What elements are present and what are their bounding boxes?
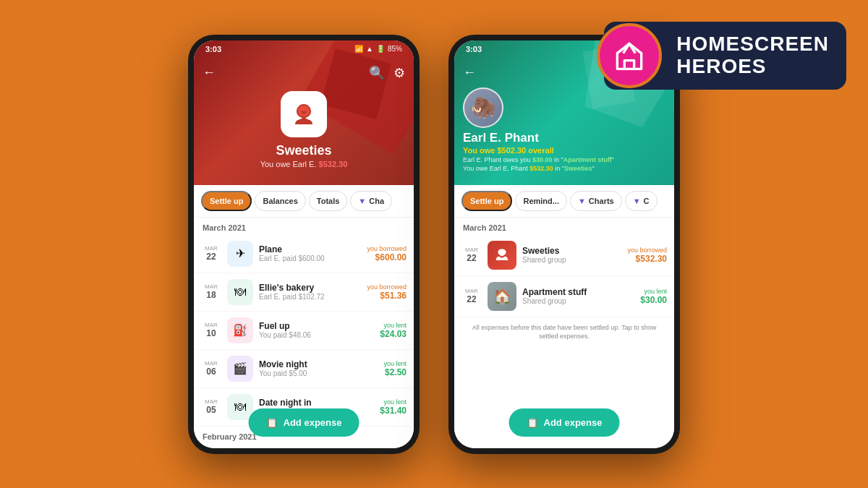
expense-details-plane: Plane Earl E. paid $600.00: [259, 244, 361, 262]
tab2-remind[interactable]: Remind...: [515, 191, 567, 211]
expense-plane[interactable]: Mar 22 ✈ Plane Earl E. paid $600.00 you …: [194, 235, 414, 273]
back-icon[interactable]: ←: [203, 65, 216, 80]
debt-amount: $532.30: [319, 160, 348, 168]
phones-container: 3:03 📶 ▲ 🔋 85% ← 🔍 ⚙: [188, 35, 680, 454]
bakery-icon: 🍽: [227, 279, 253, 305]
contact-name: Earl E. Phant: [454, 131, 674, 145]
expense-fuel[interactable]: Mar 10 ⛽ Fuel up You paid $48.06 you len…: [194, 312, 414, 350]
add-expense-button-left[interactable]: 📋 Add expense: [249, 408, 359, 437]
diamond-icon-2: ▼: [578, 197, 586, 205]
sweeties-amount: you borrowed $532.30: [627, 247, 667, 264]
phone1-tabs: Settle up Balances Totals ▼ Cha: [194, 185, 414, 218]
contact-detail-owes: Earl E. Phant owes you $30.00 in "Apartm…: [454, 155, 674, 164]
expense-date-bakery: Mar 18: [201, 283, 221, 300]
phone-left: 3:03 📶 ▲ 🔋 85% ← 🔍 ⚙: [188, 35, 420, 454]
add-expense-icon: 📋: [266, 417, 278, 428]
add-expense-icon-2: 📋: [527, 417, 538, 428]
diamond-icon-3: ▼: [633, 197, 641, 205]
expense-amount-datenight: you lent $31.40: [380, 398, 407, 416]
tab-charts[interactable]: ▼ Cha: [350, 191, 392, 211]
tab2-settle-up[interactable]: Settle up: [461, 191, 512, 211]
phone-left-screen: 3:03 📶 ▲ 🔋 85% ← 🔍 ⚙: [194, 40, 414, 448]
back-icon-2[interactable]: ←: [463, 65, 476, 80]
signal-icon: 📶: [354, 45, 363, 53]
banner-title: HOMESCREEN HEROES: [676, 33, 829, 78]
shared-sweeties[interactable]: Mar 22 Sweeties Shared group: [454, 235, 674, 276]
banner-logo: [597, 23, 662, 88]
phone2-time: 3:03: [466, 45, 482, 53]
phone1-nav: ← 🔍 ⚙: [194, 61, 414, 85]
expense-amount-bakery: you borrowed $51.36: [367, 283, 407, 301]
tab-settle-up[interactable]: Settle up: [201, 191, 252, 211]
nav-action-icons: 🔍 ⚙: [369, 65, 405, 81]
sweeties-group-icon: [488, 241, 516, 270]
expense-movie[interactable]: Mar 06 🎬 Movie night You paid $5.00 you …: [194, 350, 414, 388]
homescreen-heroes-banner: HOMESCREEN HEROES: [604, 22, 846, 90]
contact-detail-you-owe: You owe Earl E. Phant $532.30 in "Sweeti…: [454, 164, 674, 173]
expense-vet[interactable]: Feb 25 🐾 Rex vet appoint You paid $122.2…: [194, 444, 414, 448]
expense-amount-plane: you borrowed $600.00: [367, 245, 407, 262]
expense-bakery[interactable]: Mar 18 🍽 Ellie's bakery Earl E. paid $10…: [194, 273, 414, 312]
you-owe-amount: $532.30: [529, 165, 553, 172]
apartment-group-icon: 🏠: [488, 282, 516, 311]
expense-date-datenight: Mar 05: [201, 398, 221, 415]
phone1-header: 3:03 📶 ▲ 🔋 85% ← 🔍 ⚙: [194, 40, 414, 185]
phone-right-screen: 3:03 📶 ▲ 🔋 ← 🦣: [454, 40, 674, 448]
tab-balances[interactable]: Balances: [255, 191, 305, 211]
apartment-amount: you lent $30.00: [640, 288, 667, 305]
expense-date-movie: Mar 06: [201, 360, 221, 377]
month-march-label-2: March 2021: [454, 218, 674, 235]
plane-icon: ✈: [227, 241, 253, 267]
shared-apartment[interactable]: Mar 22 🏠 Apartment stuff Shared group yo…: [454, 276, 674, 317]
settings-icon[interactable]: ⚙: [393, 65, 405, 81]
owes-you-amount: $30.00: [532, 156, 553, 163]
phone1-time: 3:03: [205, 45, 221, 53]
contact-overall-debt: You owe $502.30 overall: [454, 145, 674, 155]
apartment-date: Mar 22: [461, 288, 482, 304]
phone2-tabs: Settle up Remind... ▼ Charts ▼ C: [454, 185, 674, 218]
add-expense-button-right[interactable]: 📋 Add expense: [509, 408, 620, 437]
expense-details-movie: Movie night You paid $5.00: [259, 359, 378, 377]
settled-notice[interactable]: All expenses before this date have been …: [454, 317, 674, 347]
expense-date-fuel: Mar 10: [201, 322, 221, 338]
expense-date-plane: Mar 22: [201, 245, 221, 262]
sweeties-details: Sweeties Shared group: [522, 246, 621, 264]
tab2-more[interactable]: ▼ C: [625, 191, 658, 211]
fuel-icon: ⛽: [227, 317, 253, 343]
tab-totals[interactable]: Totals: [309, 191, 348, 211]
sweeties-date: Mar 22: [461, 247, 482, 263]
expense-details-bakery: Ellie's bakery Earl E. paid $102.72: [259, 283, 361, 301]
phone1-status-icons: 📶 ▲ 🔋 85%: [354, 45, 402, 53]
expense-details-fuel: Fuel up You paid $48.06: [259, 321, 374, 339]
expense-amount-fuel: you lent $24.03: [380, 322, 407, 339]
month-march-label: March 2021: [194, 218, 414, 235]
group-avatar: [281, 91, 327, 137]
group-debt: You owe Earl E. $532.30: [194, 160, 414, 168]
search-icon[interactable]: 🔍: [369, 65, 385, 81]
phone1-statusbar: 3:03 📶 ▲ 🔋 85%: [194, 40, 414, 56]
movie-icon: 🎬: [227, 356, 253, 382]
tab2-charts[interactable]: ▼ Charts: [570, 191, 622, 211]
battery-percent: 85%: [388, 45, 402, 53]
expense-amount-movie: you lent $2.50: [383, 360, 407, 377]
battery-icon: 🔋: [376, 45, 385, 53]
wifi-icon: ▲: [366, 45, 373, 53]
apartment-details: Apartment stuff Shared group: [522, 287, 634, 305]
diamond-icon: ▼: [358, 197, 366, 205]
contact-avatar: 🦣: [463, 87, 503, 128]
group-name: Sweeties: [194, 143, 414, 158]
contact-avatar-img: 🦣: [464, 89, 502, 127]
phone-right: 3:03 📶 ▲ 🔋 ← 🦣: [448, 35, 680, 454]
